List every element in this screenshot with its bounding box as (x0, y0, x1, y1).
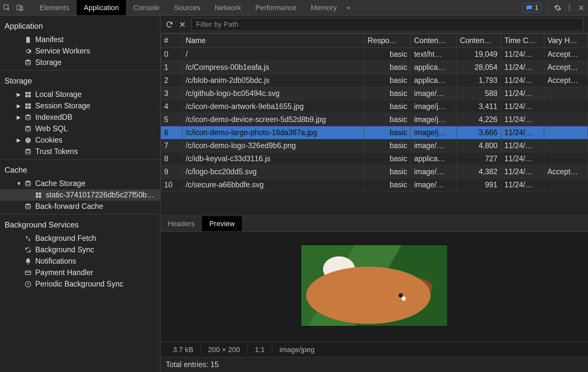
tab-network[interactable]: Network (208, 0, 248, 15)
cell-name: / (182, 48, 364, 61)
cell-time: 11/24/… (501, 87, 544, 100)
sidebar-item[interactable]: Background Sync (0, 244, 160, 256)
tab-application[interactable]: Application (77, 0, 126, 15)
cell-vary: Accept… (544, 48, 588, 61)
column-header[interactable]: Conten… (456, 34, 501, 48)
sidebar-item[interactable]: static-3741017226db5c27f50b… (0, 189, 160, 201)
expand-caret-icon[interactable]: ▶ (16, 114, 21, 120)
tab-memory[interactable]: Memory (303, 0, 344, 15)
filter-input[interactable] (191, 18, 583, 31)
preview-dimensions: 200 × 200 (201, 346, 247, 354)
svg-rect-9 (25, 95, 28, 97)
svg-point-22 (26, 148, 31, 150)
svg-point-21 (27, 141, 27, 141)
sidebar-heading: Background Services (0, 214, 160, 233)
sidebar-item[interactable]: ▼Cache Storage (0, 178, 160, 189)
table-row[interactable]: 3/c/github-logo-bc05494c.svgbasicimage/…… (161, 87, 588, 100)
cell-clen: 4,382 (456, 165, 501, 178)
cache-entries-table[interactable]: #NameRespo…Conten…Conten…Time C…Vary H… … (161, 33, 588, 216)
more-tabs-button[interactable]: » (344, 4, 353, 12)
sidebar-item[interactable]: Back-forward Cache (0, 201, 160, 212)
sidebar-item[interactable]: Notifications (0, 256, 160, 267)
cell-vary: Accept… (544, 165, 588, 178)
tab-performance[interactable]: Performance (248, 0, 303, 15)
table-row[interactable]: 1/c/Compress-00b1eafa.jsbasicapplica…28,… (161, 61, 588, 74)
expand-caret-icon[interactable]: ▼ (16, 181, 21, 187)
sidebar-heading: Storage (0, 70, 160, 89)
cell-time: 11/24/… (501, 178, 544, 192)
sidebar-item[interactable]: Periodic Background Sync (0, 278, 160, 290)
sidebar-item[interactable]: Trust Tokens (0, 146, 160, 157)
sidebar-item[interactable]: ▶Cookies (0, 134, 160, 146)
cell-resp: basic (364, 48, 410, 61)
cell-resp: basic (364, 87, 410, 100)
column-header[interactable]: Time C… (501, 34, 544, 48)
sidebar-item-label: Cache Storage (35, 179, 85, 188)
refresh-icon[interactable] (165, 20, 174, 29)
sidebar-item[interactable]: Payment Handler (0, 267, 160, 278)
kebab-menu-icon[interactable] (565, 4, 574, 12)
sidebar-item-label: Background Sync (35, 245, 94, 254)
sidebar-item[interactable]: ▶IndexedDB (0, 112, 160, 123)
expand-caret-icon[interactable]: ▶ (16, 91, 21, 98)
table-row[interactable]: 5/c/icon-demo-device-screen-5d52d8b9.jpg… (161, 113, 588, 126)
sync-icon (24, 246, 32, 254)
column-header[interactable]: Respo… (364, 34, 410, 48)
delete-icon[interactable] (178, 20, 187, 29)
table-row[interactable]: 4/c/icon-demo-artwork-9eba1655.jpgbasici… (161, 100, 588, 113)
cell-time: 11/24/… (501, 113, 544, 126)
cell-resp: basic (364, 126, 410, 139)
grid-icon (24, 102, 32, 110)
preview-image (301, 245, 448, 326)
column-header[interactable]: Vary H… (544, 34, 588, 48)
sidebar-item[interactable]: ▶Session Storage (0, 100, 160, 112)
sidebar-item-label: Periodic Background Sync (35, 280, 123, 288)
tab-elements[interactable]: Elements (32, 0, 77, 15)
table-row[interactable]: 8/c/idb-keyval-c33d3116.jsbasicapplica…7… (161, 152, 588, 165)
expand-caret-icon[interactable]: ▶ (16, 137, 21, 143)
database-icon (24, 114, 32, 121)
cell-clen: 19,049 (456, 48, 501, 61)
sidebar-item[interactable]: Web SQL (0, 123, 160, 134)
table-row[interactable]: 10/c/secure-a66bbdfe.svgbasicimage/…9911… (161, 178, 588, 192)
cell-clen: 3,666 (456, 126, 501, 139)
sidebar-item-label: Session Storage (35, 101, 90, 110)
cell-ctype: image/… (410, 178, 456, 192)
tab-console[interactable]: Console (126, 0, 167, 15)
database-icon (24, 148, 32, 156)
svg-rect-14 (28, 106, 31, 108)
table-row[interactable]: 2/c/blob-anim-2db05bdc.jsbasicapplica…1,… (161, 74, 588, 87)
sidebar-item[interactable]: Background Fetch (0, 233, 160, 244)
sidebar-item[interactable]: Service Workers (0, 45, 160, 57)
column-header[interactable]: Conten… (410, 34, 456, 48)
database-icon (24, 59, 32, 67)
sidebar-item[interactable]: Manifest (0, 34, 160, 45)
svg-point-3 (569, 5, 570, 6)
preview-tab-preview[interactable]: Preview (202, 216, 242, 231)
sidebar-item[interactable]: ▶Local Storage (0, 89, 160, 100)
cell-idx: 10 (161, 178, 182, 192)
table-row[interactable]: 0/basictext/ht…19,04911/24/…Accept… (161, 48, 588, 61)
table-row[interactable]: 9/c/logo-bcc20dd5.svgbasicimage/…4,38211… (161, 165, 588, 178)
cell-idx: 4 (161, 100, 182, 113)
column-header[interactable]: Name (182, 34, 364, 48)
expand-caret-icon[interactable]: ▶ (16, 103, 21, 109)
cell-ctype: image/… (410, 139, 456, 152)
cell-resp: basic (364, 100, 410, 113)
messages-badge[interactable]: 1 (523, 3, 541, 12)
preview-tab-headers[interactable]: Headers (161, 216, 202, 231)
table-row[interactable]: 7/c/icon-demo-logo-326ed9b6.pngbasicimag… (161, 139, 588, 152)
settings-icon[interactable] (553, 4, 562, 12)
cell-name: /c/blob-anim-2db05bdc.js (182, 74, 364, 87)
table-row[interactable]: 6/c/icon-demo-large-photo-18da387a.jpgba… (161, 126, 588, 139)
database-icon (24, 125, 32, 133)
close-devtools-icon[interactable] (577, 4, 585, 12)
device-toggle-icon[interactable] (16, 4, 24, 12)
inspect-icon[interactable] (3, 4, 11, 12)
column-header[interactable]: # (161, 34, 182, 48)
svg-point-28 (26, 203, 31, 205)
cell-time: 11/24/… (501, 74, 544, 87)
sidebar-item[interactable]: Storage (0, 57, 160, 68)
tab-sources[interactable]: Sources (167, 0, 208, 15)
devtools-tabbar: ElementsApplicationConsoleSourcesNetwork… (0, 0, 588, 16)
